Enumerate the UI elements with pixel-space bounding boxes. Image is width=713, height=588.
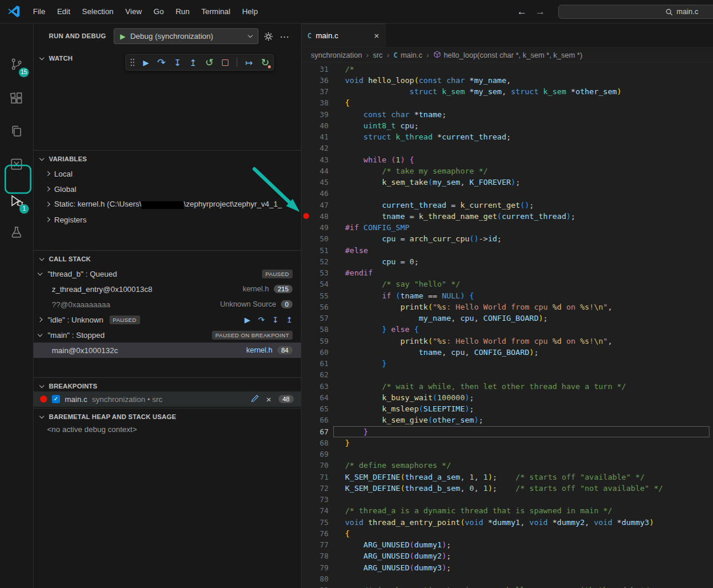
breakpoint-checkbox[interactable]: ✓ bbox=[52, 395, 60, 403]
gutter-glyph-margin[interactable] bbox=[301, 483, 311, 494]
line-number[interactable]: 52 bbox=[311, 256, 329, 267]
line-number[interactable]: 79 bbox=[311, 562, 329, 573]
line-number[interactable]: 73 bbox=[311, 494, 329, 505]
line-number[interactable]: 65 bbox=[311, 403, 329, 414]
gutter-glyph-margin[interactable] bbox=[301, 64, 311, 75]
gutter-glyph-margin[interactable] bbox=[301, 278, 311, 290]
more-actions-icon[interactable]: ⋯ bbox=[278, 31, 290, 42]
line-number[interactable]: 41 bbox=[311, 131, 329, 142]
gutter-glyph-margin[interactable] bbox=[301, 381, 311, 392]
menu-go[interactable]: Go bbox=[148, 0, 170, 24]
gutter-glyph-margin[interactable] bbox=[301, 437, 311, 449]
activity-item-source-control[interactable]: 15 bbox=[0, 51, 33, 79]
code-line-65[interactable]: 65 k_msleep(SLEEPTIME); bbox=[301, 403, 713, 414]
line-number[interactable]: 47 bbox=[311, 200, 329, 211]
line-number[interactable]: 31 bbox=[311, 64, 329, 75]
variables-row-4[interactable]: Registers bbox=[34, 212, 301, 227]
code-line-81[interactable]: 81 /* invoke routine to ping-pong hello … bbox=[301, 584, 713, 588]
code-line-51[interactable]: 51#else bbox=[301, 245, 713, 256]
gutter-glyph-margin[interactable] bbox=[301, 562, 311, 573]
code-line-42[interactable]: 42 bbox=[301, 142, 713, 154]
line-number[interactable]: 70 bbox=[311, 460, 329, 471]
code-line-37[interactable]: 37 struct k_sem *my_sem, struct k_sem *o… bbox=[301, 86, 713, 97]
gutter-glyph-margin[interactable] bbox=[301, 471, 311, 483]
gutter-glyph-margin[interactable] bbox=[301, 460, 311, 471]
activity-item-pages[interactable] bbox=[0, 118, 33, 146]
code-line-67[interactable]: 67 } bbox=[301, 426, 713, 437]
gutter-glyph-margin[interactable] bbox=[301, 313, 311, 324]
activity-item-debug[interactable]: 1 bbox=[0, 187, 33, 215]
code-line-78[interactable]: 78 ARG_UNUSED(dummy2); bbox=[301, 550, 713, 562]
gutter-glyph-margin[interactable] bbox=[301, 75, 311, 86]
line-number[interactable]: 42 bbox=[311, 142, 329, 154]
code-line-48[interactable]: 48 tname = k_thread_name_get(current_thr… bbox=[301, 211, 713, 222]
code-line-39[interactable]: 39 const char *tname; bbox=[301, 109, 713, 120]
menu-selection[interactable]: Selection bbox=[76, 0, 119, 24]
gutter-glyph-margin[interactable] bbox=[301, 131, 311, 142]
line-number[interactable]: 72 bbox=[311, 483, 329, 494]
code-line-55[interactable]: 55 if (tname == NULL) { bbox=[301, 290, 713, 301]
thread-row[interactable]: "idle" : UnknownPAUSED▶↷↧↥ bbox=[34, 312, 301, 327]
gutter-glyph-margin[interactable] bbox=[301, 256, 311, 267]
breadcrumb-item-1[interactable]: synchronization bbox=[311, 51, 362, 59]
menu-view[interactable]: View bbox=[120, 0, 148, 24]
baremetal-section-header[interactable]: BAREMETAL HEAP AND STACK USAGE bbox=[34, 410, 301, 423]
menu-file[interactable]: File bbox=[27, 0, 51, 24]
line-number[interactable]: 81 bbox=[311, 584, 329, 588]
remove-breakpoint-icon[interactable]: × bbox=[266, 394, 271, 404]
line-number[interactable]: 37 bbox=[311, 86, 329, 97]
step-out-icon[interactable]: ↥ bbox=[190, 58, 197, 67]
code-line-54[interactable]: 54 /* say "hello" */ bbox=[301, 278, 713, 290]
thread-row[interactable]: "main" : StoppedPAUSED ON BREAKPOINT bbox=[34, 327, 301, 343]
code-line-40[interactable]: 40 uint8_t cpu; bbox=[301, 120, 713, 131]
gutter-glyph-margin[interactable] bbox=[301, 86, 311, 97]
line-number[interactable]: 45 bbox=[311, 177, 329, 188]
code-line-36[interactable]: 36void hello_loop(const char *my_name, bbox=[301, 75, 713, 86]
gutter-glyph-margin[interactable] bbox=[301, 449, 311, 460]
edit-pencil-icon[interactable] bbox=[251, 394, 259, 404]
line-number[interactable]: 39 bbox=[311, 109, 329, 120]
line-number[interactable]: 56 bbox=[311, 301, 329, 313]
code-line-62[interactable]: 62 bbox=[301, 369, 713, 380]
code-line-64[interactable]: 64 k_busy_wait(100000); bbox=[301, 392, 713, 403]
gutter-glyph-margin[interactable] bbox=[301, 301, 311, 313]
code-line-56[interactable]: 56 printk("%s: Hello World from cpu %d o… bbox=[301, 301, 713, 313]
activity-item-extensions[interactable] bbox=[0, 85, 33, 113]
variables-row-1[interactable]: Local bbox=[34, 166, 301, 181]
gutter-glyph-margin[interactable] bbox=[301, 517, 311, 528]
code-line-79[interactable]: 79 ARG_UNUSED(dummy3); bbox=[301, 562, 713, 573]
line-number[interactable]: 74 bbox=[311, 505, 329, 516]
restart-icon[interactable]: ↺ bbox=[205, 58, 213, 68]
activity-item-x-tool[interactable] bbox=[0, 151, 33, 179]
breadcrumb-item-2[interactable]: src bbox=[373, 51, 383, 59]
gutter-glyph-margin[interactable] bbox=[301, 154, 311, 165]
launch-config-dropdown[interactable]: ▶ Debug (synchronization) bbox=[114, 28, 258, 44]
start-debug-icon[interactable]: ▶ bbox=[120, 32, 125, 41]
step-into-icon[interactable]: ↧ bbox=[272, 315, 278, 324]
gutter-glyph-margin[interactable] bbox=[301, 142, 311, 154]
code-line-66[interactable]: 66 k_sem_give(other_sem); bbox=[301, 414, 713, 426]
code-line-71[interactable]: 71K_SEM_DEFINE(thread_a_sem, 1, 1); /* s… bbox=[301, 471, 713, 483]
gutter-glyph-margin[interactable] bbox=[301, 165, 311, 177]
gutter-glyph-margin[interactable] bbox=[301, 573, 311, 584]
gutter-glyph-margin[interactable] bbox=[301, 324, 311, 335]
code-line-58[interactable]: 58 } else { bbox=[301, 324, 713, 335]
stop-icon[interactable] bbox=[222, 59, 228, 66]
reverse-continue-icon[interactable]: ↻ bbox=[261, 58, 269, 68]
breakpoint-row[interactable]: ✓main.csynchronization • src×48 bbox=[34, 391, 301, 407]
gutter-glyph-margin[interactable] bbox=[301, 109, 311, 120]
line-number[interactable]: 46 bbox=[311, 188, 329, 199]
gutter-glyph-margin[interactable] bbox=[301, 177, 311, 188]
gutter-glyph-margin[interactable] bbox=[301, 211, 311, 222]
line-number[interactable]: 78 bbox=[311, 550, 329, 562]
line-number[interactable]: 76 bbox=[311, 528, 329, 539]
nav-back-button[interactable]: ← bbox=[517, 6, 527, 18]
gutter-glyph-margin[interactable] bbox=[301, 505, 311, 516]
code-line-45[interactable]: 45 k_sem_take(my_sem, K_FOREVER); bbox=[301, 177, 713, 188]
line-number[interactable]: 55 bbox=[311, 290, 329, 301]
step-into-icon[interactable]: ↧ bbox=[174, 58, 181, 67]
line-number[interactable]: 67 bbox=[311, 426, 329, 437]
command-center-search[interactable]: main.c bbox=[558, 5, 713, 19]
breadcrumb-item-4[interactable]: hello_loop(const char *, k_sem *, k_sem … bbox=[433, 51, 583, 60]
gutter-glyph-margin[interactable] bbox=[301, 97, 311, 108]
